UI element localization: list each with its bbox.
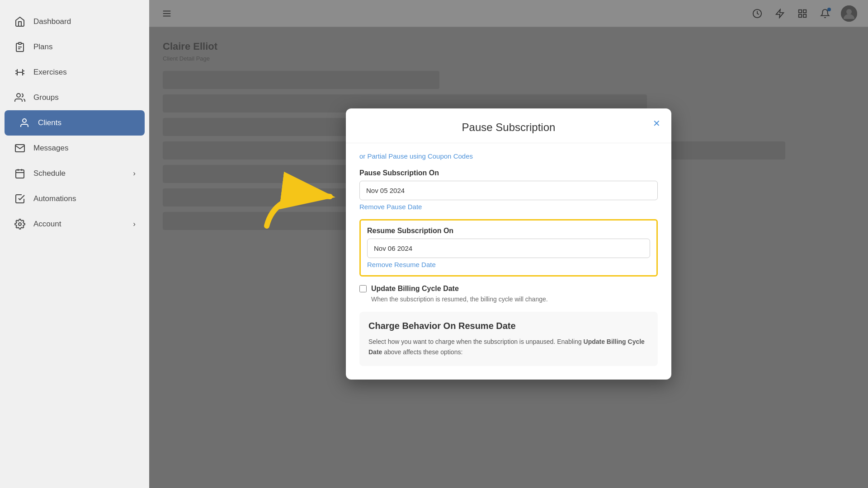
- pause-date-section: Pause Subscription On Remove Pause Date: [359, 169, 658, 211]
- sidebar-item-groups[interactable]: Groups: [0, 85, 149, 110]
- sidebar-item-clients[interactable]: Clients: [5, 110, 145, 136]
- resume-date-input[interactable]: [367, 239, 650, 258]
- modal-body: or Partial Pause using Coupon Codes Paus…: [346, 143, 671, 380]
- gear-icon: [14, 218, 26, 230]
- partial-pause-link[interactable]: or Partial Pause using Coupon Codes: [359, 152, 658, 160]
- remove-pause-date-link[interactable]: Remove Pause Date: [359, 203, 422, 211]
- pause-subscription-modal: Pause Subscription ✕ or Partial Pause us…: [346, 108, 671, 380]
- envelope-icon: [14, 142, 26, 155]
- svg-point-5: [23, 119, 26, 122]
- modal-close-button[interactable]: ✕: [650, 117, 663, 130]
- sidebar-item-exercises[interactable]: Exercises: [0, 60, 149, 85]
- modal-title: Pause Subscription: [462, 121, 556, 133]
- users-icon: [14, 91, 26, 104]
- svg-rect-6: [16, 170, 24, 178]
- pause-date-input[interactable]: [359, 181, 658, 200]
- remove-resume-date-link[interactable]: Remove Resume Date: [367, 261, 436, 268]
- resume-date-label: Resume Subscription On: [367, 227, 650, 235]
- clipboard-icon: [14, 41, 26, 53]
- sidebar-item-account[interactable]: Account ›: [0, 211, 149, 237]
- modal-header: Pause Subscription ✕: [346, 108, 671, 143]
- svg-rect-0: [19, 42, 21, 44]
- sidebar-item-plans[interactable]: Plans: [0, 34, 149, 60]
- sidebar: Dashboard Plans Exercises: [0, 0, 149, 488]
- update-billing-checkbox[interactable]: [359, 285, 367, 292]
- sidebar-item-automations[interactable]: Automations: [0, 186, 149, 211]
- update-billing-desc: When the subscription is resumed, the bi…: [371, 296, 658, 303]
- svg-point-4: [17, 94, 20, 97]
- update-billing-label[interactable]: Update Billing Cycle Date: [371, 285, 459, 293]
- chevron-right-icon: ›: [133, 220, 136, 229]
- main-content: Claire Elliot Client Detail Page Take Ac…: [149, 0, 868, 488]
- sidebar-item-dashboard[interactable]: Dashboard: [0, 9, 149, 34]
- charge-behavior-desc: Select how you want to charge when the s…: [368, 337, 649, 357]
- home-icon: [14, 15, 26, 28]
- billing-cycle-section: Update Billing Cycle Date When the subsc…: [359, 285, 658, 303]
- chevron-right-icon: ›: [133, 169, 136, 178]
- resume-date-highlighted-section: Resume Subscription On Remove Resume Dat…: [359, 219, 658, 277]
- modal-overlay[interactable]: Pause Subscription ✕ or Partial Pause us…: [149, 0, 868, 488]
- svg-point-10: [19, 223, 21, 225]
- dumbbell-icon: [14, 66, 26, 79]
- person-icon: [18, 117, 31, 129]
- pause-date-label: Pause Subscription On: [359, 169, 658, 177]
- charge-behavior-section: Charge Behavior On Resume Date Select ho…: [359, 312, 658, 366]
- charge-behavior-title: Charge Behavior On Resume Date: [368, 321, 649, 331]
- check-square-icon: [14, 192, 26, 205]
- calendar-icon: [14, 167, 26, 180]
- sidebar-item-schedule[interactable]: Schedule ›: [0, 161, 149, 186]
- sidebar-item-messages[interactable]: Messages: [0, 136, 149, 161]
